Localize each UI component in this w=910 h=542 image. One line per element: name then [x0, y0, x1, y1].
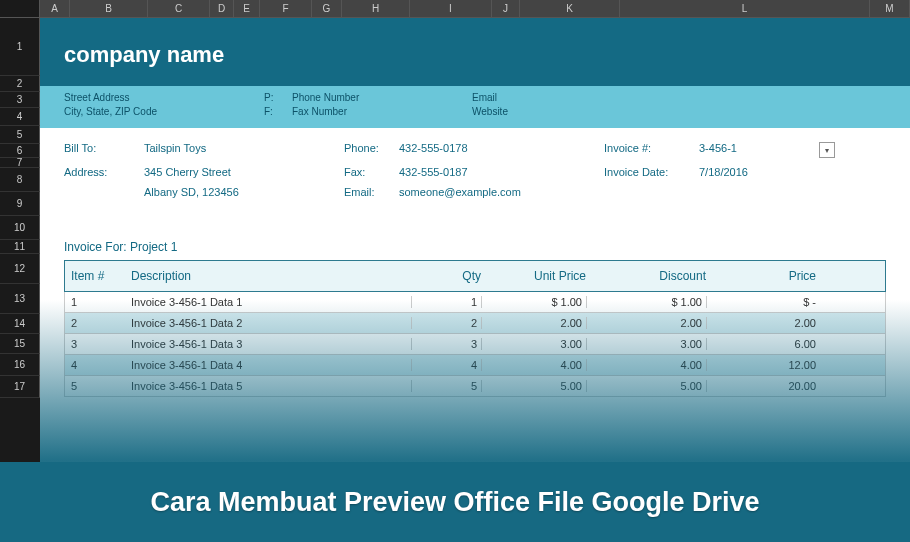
table-row[interactable]: 5Invoice 3-456-1 Data 555.005.0020.00 — [64, 376, 886, 397]
row-header-5[interactable]: 5 — [0, 126, 40, 144]
row-header-1[interactable]: 1 — [0, 18, 40, 76]
cell-unit[interactable]: 4.00 — [481, 359, 586, 371]
overlay-title: Cara Membuat Preview Office File Google … — [150, 487, 759, 518]
cell-unit[interactable]: $ 1.00 — [481, 296, 586, 308]
cell-disc[interactable]: 3.00 — [586, 338, 706, 350]
cell-price[interactable]: 2.00 — [706, 317, 836, 329]
col-header-G[interactable]: G — [312, 0, 342, 17]
cell-disc[interactable]: $ 1.00 — [586, 296, 706, 308]
invoice-no-label: Invoice #: — [604, 142, 699, 158]
th-qty[interactable]: Qty — [411, 269, 481, 283]
col-header-C[interactable]: C — [148, 0, 210, 17]
email-label[interactable]: Email — [472, 92, 497, 103]
email-value[interactable]: someone@example.com — [399, 186, 604, 198]
cell-qty[interactable]: 3 — [411, 338, 481, 350]
cell-qty[interactable]: 2 — [411, 317, 481, 329]
cell-item[interactable]: 1 — [71, 296, 131, 308]
table-row[interactable]: 1Invoice 3-456-1 Data 11$ 1.00$ 1.00$ - — [64, 292, 886, 313]
cell-desc[interactable]: Invoice 3-456-1 Data 3 — [131, 338, 411, 350]
col-header-D[interactable]: D — [210, 0, 234, 17]
th-discount[interactable]: Discount — [586, 269, 706, 283]
row-header-2[interactable]: 2 — [0, 76, 40, 92]
col-header-F[interactable]: F — [260, 0, 312, 17]
row-header-14[interactable]: 14 — [0, 314, 40, 334]
bill-to-value[interactable]: Tailspin Toys — [144, 142, 344, 158]
col-header-A[interactable]: A — [40, 0, 70, 17]
th-price[interactable]: Price — [706, 269, 836, 283]
cell-item[interactable]: 3 — [71, 338, 131, 350]
cell-disc[interactable]: 4.00 — [586, 359, 706, 371]
table-row[interactable]: 2Invoice 3-456-1 Data 222.002.002.00 — [64, 313, 886, 334]
cell-disc[interactable]: 5.00 — [586, 380, 706, 392]
address-line1[interactable]: 345 Cherry Street — [144, 166, 344, 178]
cell-desc[interactable]: Invoice 3-456-1 Data 5 — [131, 380, 411, 392]
col-header-K[interactable]: K — [520, 0, 620, 17]
row-header-12[interactable]: 12 — [0, 254, 40, 284]
cell-unit[interactable]: 5.00 — [481, 380, 586, 392]
cell-qty[interactable]: 1 — [411, 296, 481, 308]
cell-unit[interactable]: 2.00 — [481, 317, 586, 329]
invoice-date-value[interactable]: 7/18/2016 — [699, 166, 799, 178]
row-header-6[interactable]: 6 — [0, 144, 40, 158]
phone-number[interactable]: Phone Number — [292, 92, 472, 103]
th-description[interactable]: Description — [131, 269, 411, 283]
row-header-7[interactable]: 7 — [0, 158, 40, 168]
col-header-M[interactable]: M — [870, 0, 910, 17]
cell-price[interactable]: 12.00 — [706, 359, 836, 371]
col-header-E[interactable]: E — [234, 0, 260, 17]
fax-number[interactable]: Fax Number — [292, 106, 472, 117]
col-header-I[interactable]: I — [410, 0, 492, 17]
street-address[interactable]: Street Address — [64, 92, 264, 103]
fax-prefix[interactable]: F: — [264, 106, 292, 117]
dropdown-icon[interactable]: ▾ — [819, 142, 835, 158]
cell-desc[interactable]: Invoice 3-456-1 Data 2 — [131, 317, 411, 329]
row-header-8[interactable]: 8 — [0, 168, 40, 192]
cell-qty[interactable]: 4 — [411, 359, 481, 371]
phone-prefix[interactable]: P: — [264, 92, 292, 103]
column-headers: ABCDEFGHIJKLM — [0, 0, 910, 18]
row-header-3[interactable]: 3 — [0, 92, 40, 108]
phone-value[interactable]: 432-555-0178 — [399, 142, 604, 158]
cell-unit[interactable]: 3.00 — [481, 338, 586, 350]
website-label[interactable]: Website — [472, 106, 508, 117]
cell-desc[interactable]: Invoice 3-456-1 Data 1 — [131, 296, 411, 308]
th-unit-price[interactable]: Unit Price — [481, 269, 586, 283]
cell-price[interactable]: $ - — [706, 296, 836, 308]
invoice-for[interactable]: Invoice For: Project 1 — [40, 226, 910, 260]
col-header-L[interactable]: L — [620, 0, 870, 17]
cell-desc[interactable]: Invoice 3-456-1 Data 4 — [131, 359, 411, 371]
row-header-15[interactable]: 15 — [0, 334, 40, 354]
invoice-details: Bill To: Tailspin Toys Phone: 432-555-01… — [40, 128, 910, 226]
invoice-date-label: Invoice Date: — [604, 166, 699, 178]
cell-price[interactable]: 20.00 — [706, 380, 836, 392]
col-header-J[interactable]: J — [492, 0, 520, 17]
fax-value[interactable]: 432-555-0187 — [399, 166, 604, 178]
row-header-9[interactable]: 9 — [0, 192, 40, 216]
row-header-10[interactable]: 10 — [0, 216, 40, 240]
row-header-16[interactable]: 16 — [0, 354, 40, 376]
row-header-4[interactable]: 4 — [0, 108, 40, 126]
col-header-B[interactable]: B — [70, 0, 148, 17]
cell-price[interactable]: 6.00 — [706, 338, 836, 350]
cell-item[interactable]: 5 — [71, 380, 131, 392]
corner-cell[interactable] — [0, 0, 40, 17]
th-item[interactable]: Item # — [71, 269, 131, 283]
col-header-H[interactable]: H — [342, 0, 410, 17]
invoice-no-value[interactable]: 3-456-1 — [699, 142, 799, 158]
table-row[interactable]: 3Invoice 3-456-1 Data 333.003.006.00 — [64, 334, 886, 355]
cell-qty[interactable]: 5 — [411, 380, 481, 392]
cell-item[interactable]: 4 — [71, 359, 131, 371]
company-name[interactable]: company name — [64, 42, 886, 68]
invoice-table: Item # Description Qty Unit Price Discou… — [64, 260, 886, 397]
row-header-13[interactable]: 13 — [0, 284, 40, 314]
row-header-11[interactable]: 11 — [0, 240, 40, 254]
cell-item[interactable]: 2 — [71, 317, 131, 329]
cell-disc[interactable]: 2.00 — [586, 317, 706, 329]
row-header-17[interactable]: 17 — [0, 376, 40, 398]
city-state-zip[interactable]: City, State, ZIP Code — [64, 106, 264, 117]
company-info-strip: Street Address P: Phone Number Email Cit… — [40, 86, 910, 128]
table-row[interactable]: 4Invoice 3-456-1 Data 444.004.0012.00 — [64, 355, 886, 376]
address-line2[interactable]: Albany SD, 123456 — [144, 186, 344, 198]
email-detail-label: Email: — [344, 186, 399, 198]
address-label: Address: — [64, 166, 144, 178]
